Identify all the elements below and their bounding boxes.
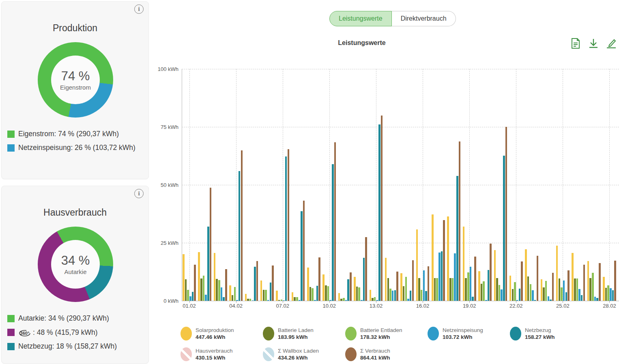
bar--verbrauch[interactable]: [225, 269, 227, 301]
bar-netzbezug[interactable]: [254, 267, 256, 301]
bar-batterie-laden[interactable]: [543, 287, 545, 301]
bar-netzbezug[interactable]: [347, 279, 349, 301]
bar-batterie-laden[interactable]: [263, 290, 265, 301]
bar--verbrauch[interactable]: [272, 266, 274, 301]
bar-batterie-laden[interactable]: [356, 287, 358, 301]
bar--verbrauch[interactable]: [490, 244, 492, 301]
bar-batterie-entladen[interactable]: [483, 281, 485, 301]
bar-netzbezug[interactable]: [456, 176, 458, 301]
bar-batterie-entladen[interactable]: [203, 276, 205, 301]
bar-netzeinspeisung[interactable]: [407, 299, 409, 301]
report-icon[interactable]: [570, 38, 581, 49]
bar-solarproduktion[interactable]: [307, 268, 309, 301]
bar-batterie-entladen[interactable]: [421, 290, 423, 301]
bar-netzeinspeisung[interactable]: [376, 300, 378, 301]
bar--verbrauch[interactable]: [443, 220, 445, 301]
bar-netzeinspeisung[interactable]: [532, 290, 534, 301]
bar-netzbezug[interactable]: [363, 258, 365, 301]
bar-netzbezug[interactable]: [207, 227, 209, 301]
bar-solarproduktion[interactable]: [198, 252, 200, 301]
bar--verbrauch[interactable]: [194, 265, 196, 301]
bar-batterie-laden[interactable]: [387, 278, 389, 301]
bar-netzeinspeisung[interactable]: [361, 300, 363, 301]
bar-solarproduktion[interactable]: [603, 277, 605, 301]
bar-batterie-entladen[interactable]: [592, 273, 594, 301]
bar-netzbezug[interactable]: [596, 298, 598, 301]
bar-batterie-entladen[interactable]: [436, 278, 438, 301]
bar-batterie-laden[interactable]: [589, 278, 591, 301]
bar-netzbezug[interactable]: [223, 297, 225, 301]
bar-batterie-laden[interactable]: [216, 279, 218, 301]
bar-netzeinspeisung[interactable]: [329, 300, 331, 301]
bar-netzbezug[interactable]: [519, 289, 521, 301]
bar-netzeinspeisung[interactable]: [454, 253, 456, 301]
bar--verbrauch[interactable]: [334, 142, 336, 301]
bar-solarproduktion[interactable]: [260, 280, 262, 301]
bar-solarproduktion[interactable]: [183, 254, 185, 301]
bar-netzeinspeisung[interactable]: [314, 300, 316, 301]
bar-batterie-entladen[interactable]: [576, 278, 578, 301]
bar-batterie-entladen[interactable]: [514, 282, 516, 301]
bar-netzbezug[interactable]: [270, 283, 272, 301]
bar-batterie-entladen[interactable]: [467, 272, 469, 301]
chart-legend-item--verbrauch[interactable]: Σ Verbrauch864.41 kWh: [345, 347, 390, 361]
bar-solarproduktion[interactable]: [494, 250, 496, 301]
bar--verbrauch[interactable]: [428, 266, 430, 301]
bar-netzeinspeisung[interactable]: [548, 296, 550, 301]
bar-batterie-entladen[interactable]: [187, 290, 189, 301]
bar-batterie-laden[interactable]: [278, 300, 280, 301]
bar-batterie-laden[interactable]: [418, 278, 420, 301]
bar-batterie-laden[interactable]: [434, 278, 436, 301]
bar--verbrauch[interactable]: [614, 261, 616, 301]
chart-legend-item-netzbezug[interactable]: Netzbezug158.27 kWh: [510, 327, 555, 340]
bar-netzeinspeisung[interactable]: [578, 289, 580, 301]
tab-leistungswerte[interactable]: Leistungswerte: [329, 11, 392, 26]
bar-batterie-laden[interactable]: [200, 278, 202, 301]
bar-netzeinspeisung[interactable]: [610, 288, 612, 301]
bar-batterie-entladen[interactable]: [249, 299, 251, 301]
bar-batterie-entladen[interactable]: [327, 286, 329, 301]
bar--verbrauch[interactable]: [521, 261, 523, 301]
bar-solarproduktion[interactable]: [245, 294, 247, 301]
bar--verbrauch[interactable]: [567, 270, 570, 301]
bar-netzeinspeisung[interactable]: [267, 300, 269, 301]
bar-netzbezug[interactable]: [550, 300, 552, 301]
info-icon[interactable]: i: [134, 4, 144, 14]
bar-netzbezug[interactable]: [378, 124, 380, 301]
bar-solarproduktion[interactable]: [432, 214, 434, 301]
bar-solarproduktion[interactable]: [370, 290, 372, 301]
bar-solarproduktion[interactable]: [541, 279, 543, 301]
bar-solarproduktion[interactable]: [292, 292, 294, 301]
bar-solarproduktion[interactable]: [385, 258, 387, 301]
bar-batterie-entladen[interactable]: [452, 278, 454, 301]
bar-netzeinspeisung[interactable]: [470, 267, 472, 301]
chart-legend-item--wallbox-laden[interactable]: Σ Wallbox Laden434.26 kWh: [263, 347, 319, 361]
chart-legend-item-netzeinspeisung[interactable]: Netzeinspeisung103.72 kWh: [428, 327, 483, 340]
bar-batterie-entladen[interactable]: [296, 297, 298, 301]
bar-batterie-laden[interactable]: [496, 278, 498, 301]
bar-batterie-entladen[interactable]: [358, 287, 360, 301]
bar--verbrauch[interactable]: [459, 141, 461, 301]
bar-batterie-laden[interactable]: [372, 298, 374, 301]
bar-netzeinspeisung[interactable]: [299, 300, 301, 301]
bar-batterie-entladen[interactable]: [607, 285, 609, 301]
bar--verbrauch[interactable]: [505, 127, 507, 301]
bar-batterie-entladen[interactable]: [530, 284, 532, 301]
bar-netzeinspeisung[interactable]: [438, 253, 441, 301]
bar-solarproduktion[interactable]: [509, 276, 512, 301]
bar-batterie-laden[interactable]: [247, 299, 249, 301]
bar-batterie-laden[interactable]: [185, 279, 187, 301]
bar-batterie-laden[interactable]: [605, 288, 607, 301]
bar-netzbezug[interactable]: [316, 286, 318, 301]
bar-netzeinspeisung[interactable]: [594, 297, 596, 301]
bar-netzbezug[interactable]: [534, 300, 536, 301]
bar-netzeinspeisung[interactable]: [205, 295, 207, 301]
bar-solarproduktion[interactable]: [229, 285, 231, 301]
bar-batterie-entladen[interactable]: [312, 288, 314, 301]
bar-netzbezug[interactable]: [192, 292, 194, 301]
bar--verbrauch[interactable]: [474, 257, 476, 301]
bar--verbrauch[interactable]: [288, 149, 290, 301]
bar-solarproduktion[interactable]: [276, 291, 278, 301]
bar-batterie-laden[interactable]: [559, 278, 561, 301]
bar-solarproduktion[interactable]: [525, 249, 527, 301]
